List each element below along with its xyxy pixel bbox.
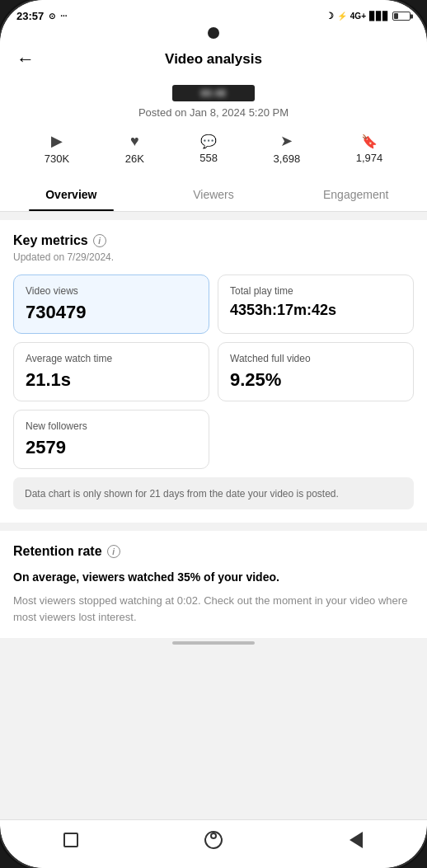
metric-new-followers: New followers 2579 [13,410,209,469]
stat-shares: ➤ 3,698 [274,132,301,165]
plays-value: 730K [45,152,69,165]
signal-bars-icon: ▊▊▊ [369,12,389,21]
header: ← Video analysis [0,42,427,78]
network-4g-icon: 4G+ [350,12,366,21]
scroll-content: Key metrics i Updated on 7/29/2024. Vide… [0,212,427,819]
video-info: 00:48 Posted on Jan 8, 2024 5:20 PM ▶ 73… [0,78,427,178]
avg-watch-time-label: Average watch time [26,353,197,364]
video-views-label: Video views [26,285,197,297]
status-right: ☽ ⚡ 4G+ ▊▊▊ [326,11,411,21]
home-icon-inner [210,833,217,839]
bookmarks-value: 1,974 [356,152,383,164]
video-thumbnail[interactable]: 00:48 [172,85,255,101]
front-camera [208,27,219,39]
key-metrics-subtitle: Updated on 7/29/2024. [13,251,414,263]
play-icon: ▶ [51,132,63,150]
scroll-handle [172,641,255,645]
signal-icon: ⚡ [337,12,347,21]
key-metrics-info-icon[interactable]: i [93,234,106,247]
comment-icon: 💬 [200,134,217,149]
watched-full-value: 9.25% [230,369,401,391]
share-icon: ➤ [280,132,293,150]
video-views-value: 730479 [26,302,197,323]
tab-overview[interactable]: Overview [0,178,143,211]
data-chart-notice: Data chart is only shown for 21 days fro… [13,477,414,509]
scroll-handle-area [0,638,427,650]
back-button[interactable]: ← [16,49,35,70]
retention-info-icon[interactable]: i [107,545,120,558]
back-triangle-icon [350,832,363,848]
status-bar: 23:57 ⊙ ··· ☽ ⚡ 4G+ ▊▊▊ [0,0,427,27]
dot-icon: ⊙ [49,12,55,21]
home-icon [204,831,223,849]
bottom-nav [0,819,427,868]
stat-plays: ▶ 730K [45,132,69,165]
thumbnail-timestamp: 00:48 [201,89,227,98]
stat-bookmarks: 🔖 1,974 [356,134,383,164]
avg-watch-time-value: 21.1s [26,369,197,391]
empty-cell [218,410,414,469]
dot-dot-icon: ··· [60,12,67,21]
heart-icon: ♥ [130,133,139,150]
stat-likes: ♥ 26K [125,133,144,165]
moon-icon: ☽ [326,11,334,21]
metric-total-play-time: Total play time 4353h:17m:42s [218,274,414,334]
metric-avg-watch-time: Average watch time 21.1s [13,342,209,401]
new-followers-label: New followers [26,420,197,432]
watched-full-label: Watched full video [230,353,401,364]
tab-viewers[interactable]: Viewers [143,178,285,211]
retention-title: Retention rate [13,544,102,559]
posted-date: Posted on Jan 8, 2024 5:20 PM [16,106,411,119]
retention-bold-text: On average, viewers watched 35% of your … [13,569,414,586]
status-time: 23:57 [16,10,44,22]
bookmark-icon: 🔖 [361,134,378,149]
total-play-time-value: 4353h:17m:42s [230,302,401,319]
stop-icon [63,833,78,847]
metric-watched-full: Watched full video 9.25% [218,342,414,401]
stats-row: ▶ 730K ♥ 26K 💬 558 ➤ 3,698 🔖 1,974 [16,129,411,168]
battery-icon [392,12,411,21]
stop-button[interactable] [59,828,82,852]
retention-sub-text: Most viewers stopped watching at 0:02. C… [13,593,414,625]
comments-value: 558 [199,152,218,164]
metrics-grid: Video views 730479 Total play time 4353h… [13,274,414,401]
stat-comments: 💬 558 [199,134,218,164]
key-metrics-header: Key metrics i [13,233,414,248]
tab-engagement[interactable]: Engagement [284,178,427,211]
status-left: 23:57 ⊙ ··· [16,10,68,22]
metric-video-views: Video views 730479 [13,274,209,334]
new-followers-value: 2579 [26,437,197,458]
notch-area [0,27,427,42]
likes-value: 26K [125,152,144,165]
total-play-time-label: Total play time [230,285,401,297]
key-metrics-section: Key metrics i Updated on 7/29/2024. Vide… [0,220,427,523]
home-button[interactable] [202,828,225,852]
shares-value: 3,698 [274,152,301,165]
retention-section: Retention rate i On average, viewers wat… [0,531,427,638]
back-nav-button[interactable] [345,828,368,852]
tabs: Overview Viewers Engagement [0,178,427,212]
notice-text: Data chart is only shown for 21 days fro… [25,488,339,500]
key-metrics-title: Key metrics [13,233,88,248]
retention-title-row: Retention rate i [13,544,414,559]
page-title: Video analysis [0,51,427,68]
